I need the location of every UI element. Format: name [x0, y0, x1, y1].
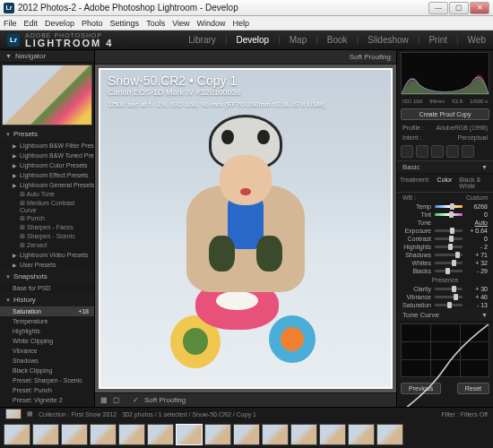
close-button[interactable]: ✕	[470, 2, 489, 14]
filmstrip-thumb[interactable]	[147, 424, 174, 445]
module-web[interactable]: Web	[468, 35, 486, 45]
history-item[interactable]: Black Clipping	[0, 366, 94, 375]
wb-select[interactable]: Custom	[466, 194, 488, 201]
filmstrip-thumbs[interactable]	[0, 420, 493, 448]
menu-settings[interactable]: Settings	[110, 19, 140, 28]
history-item[interactable]: Preset: Punch	[0, 385, 94, 395]
slider-contrast[interactable]: Contrast0	[397, 235, 493, 243]
grid-view-icon[interactable]: ▦	[100, 396, 108, 404]
create-proof-copy-button[interactable]: Create Proof Copy	[401, 108, 489, 120]
slider-tint[interactable]: Tint0	[397, 211, 493, 219]
filmstrip-thumb[interactable]	[290, 424, 317, 445]
module-library[interactable]: Library	[188, 35, 216, 45]
grid-icon[interactable]: ▦	[27, 410, 33, 418]
preset-group[interactable]: ▶Lightroom B&W Toned Presets	[0, 151, 94, 160]
module-picker: Library|Develop|Map|Book|Slideshow|Print…	[188, 35, 486, 45]
treatment-color[interactable]: Color	[437, 177, 453, 189]
preset-item[interactable]: ⊞ Sharpen - Scenic	[0, 232, 94, 241]
filmstrip-thumb[interactable]	[118, 424, 145, 445]
profile-value[interactable]: AdobeRGB (1998)	[436, 125, 488, 131]
module-slideshow[interactable]: Slideshow	[368, 35, 409, 45]
slider-temp[interactable]: Temp6268	[397, 202, 493, 211]
module-print[interactable]: Print	[428, 35, 447, 45]
module-map[interactable]: Map	[290, 35, 307, 45]
loupe-view-icon[interactable]: ▢	[113, 396, 120, 404]
filmstrip-thumb[interactable]	[262, 424, 289, 445]
slider-vibrance[interactable]: Vibrance+ 46	[397, 293, 493, 301]
treatment-bw[interactable]: Black & White	[459, 177, 490, 189]
filmstrip-thumb[interactable]	[204, 424, 231, 445]
preset-group[interactable]: ▶Lightroom Video Presets	[0, 250, 94, 260]
filmstrip-thumb[interactable]	[4, 424, 30, 445]
slider-clarity[interactable]: Clarity+ 30	[397, 285, 493, 293]
navigator-preview[interactable]	[2, 65, 92, 125]
history-item[interactable]: Preset: Sharpen - Scenic	[0, 375, 94, 385]
history-item[interactable]: Vibrance	[0, 346, 94, 356]
menu-help[interactable]: Help	[233, 19, 250, 28]
history-item[interactable]: Temperature	[0, 316, 94, 326]
filmstrip-thumb[interactable]	[348, 424, 375, 445]
preset-group[interactable]: ▶Lightroom Color Presets	[0, 160, 94, 170]
crop-tool-icon[interactable]	[401, 145, 413, 158]
module-book[interactable]: Book	[327, 35, 348, 45]
preset-group[interactable]: ▶Lightroom B&W Filter Presets	[0, 141, 94, 151]
filmstrip-thumb[interactable]	[90, 424, 117, 445]
history-item[interactable]: White Clipping	[0, 336, 94, 346]
histogram[interactable]	[401, 52, 489, 95]
module-develop[interactable]: Develop	[236, 35, 269, 45]
snapshot-item[interactable]: Base for PSD	[0, 283, 94, 293]
history-header[interactable]: ▼History	[0, 293, 94, 306]
slider-highlights[interactable]: Highlights- 2	[397, 243, 493, 251]
preset-item[interactable]: ⊞ Auto Tone	[0, 190, 94, 199]
slider-exposure[interactable]: Exposure+ 0.64	[397, 227, 493, 235]
history-item[interactable]: Preset: Punch	[0, 405, 94, 407]
tone-curve[interactable]	[401, 323, 489, 377]
preset-item[interactable]: ⊞ Punch	[0, 214, 94, 223]
filmstrip-thumb[interactable]	[376, 424, 403, 445]
snapshots-header[interactable]: ▼Snapshots	[0, 270, 94, 283]
filmstrip-thumb[interactable]	[61, 424, 88, 445]
preset-group[interactable]: ▶User Presets	[0, 260, 94, 270]
menu-edit[interactable]: Edit	[24, 19, 39, 28]
navigator-header[interactable]: ▼Navigator	[0, 50, 94, 63]
slider-whites[interactable]: Whites+ 32	[397, 259, 493, 267]
preset-item[interactable]: ⊞ Medium Contrast Curve	[0, 199, 94, 214]
slider-blacks[interactable]: Blacks- 29	[397, 267, 493, 275]
menu-file[interactable]: File	[4, 19, 17, 28]
menu-view[interactable]: View	[172, 19, 189, 28]
history-item[interactable]: Saturation+18	[0, 306, 94, 316]
slider-tone[interactable]: ToneAuto	[397, 219, 493, 227]
soft-proofing-toggle[interactable]: Soft Proofing	[144, 396, 186, 404]
maximize-button[interactable]: ▢	[449, 2, 469, 14]
minimize-button[interactable]: —	[428, 2, 448, 14]
spot-tool-icon[interactable]	[416, 145, 428, 158]
history-item[interactable]: Preset: Vignette 2	[0, 395, 94, 405]
filmstrip-thumb[interactable]	[176, 424, 203, 445]
filters-off[interactable]: Filters Off	[461, 411, 488, 418]
slider-shadows[interactable]: Shadows+ 71	[397, 251, 493, 259]
preset-item[interactable]: ⊞ Zeroed	[0, 241, 94, 250]
brush-tool-icon[interactable]	[462, 145, 474, 158]
filmstrip-thumb[interactable]	[319, 424, 346, 445]
menu-window[interactable]: Window	[197, 19, 226, 28]
history-item[interactable]: Highlights	[0, 326, 94, 336]
history-item[interactable]: Shadows	[0, 356, 94, 366]
intent-perceptual[interactable]: Perceptual	[458, 134, 488, 141]
tonecurve-header[interactable]: Tone Curve▼	[397, 309, 493, 322]
basic-panel-header[interactable]: Basic▼	[397, 161, 493, 174]
preset-group[interactable]: ▶Lightroom General Presets	[0, 180, 94, 190]
filmstrip-thumb[interactable]	[233, 424, 260, 445]
preset-group[interactable]: ▶Lightroom Effect Presets	[0, 170, 94, 180]
menu-develop[interactable]: Develop	[45, 19, 74, 28]
preset-item[interactable]: ⊞ Sharpen - Faces	[0, 223, 94, 232]
menu-photo[interactable]: Photo	[82, 19, 103, 28]
presets-header[interactable]: ▼Presets	[0, 127, 94, 141]
redeye-tool-icon[interactable]	[431, 145, 444, 158]
secondary-display-icon[interactable]	[5, 409, 22, 419]
grad-tool-icon[interactable]	[446, 145, 459, 158]
main-photo[interactable]: Snow-50.CR2 • Copy 1 Canon EOS-1D Mark I…	[99, 68, 393, 389]
slider-saturation[interactable]: Saturation- 13	[397, 301, 493, 309]
tool-strip	[397, 142, 493, 161]
filmstrip-thumb[interactable]	[32, 424, 59, 445]
menu-tools[interactable]: Tools	[146, 19, 165, 28]
